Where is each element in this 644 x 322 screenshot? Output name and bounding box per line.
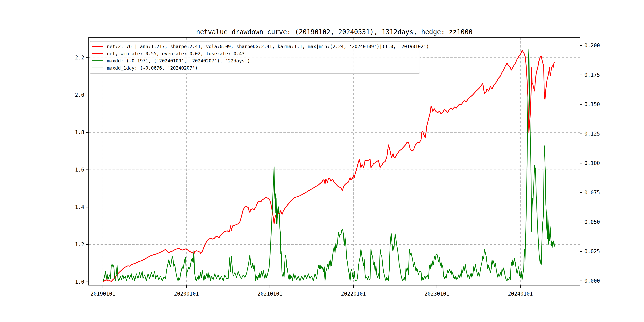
right-y-tick-label: 0.200 xyxy=(584,42,600,48)
legend-label-maxdd: maxdd: (-0.1971, ('20240109', '20240207'… xyxy=(107,58,250,64)
right-y-tick-label: 0.100 xyxy=(584,160,600,166)
right-y-tick-label: 0.150 xyxy=(584,101,600,107)
chart-title: netvalue drawdown curve: (20190102, 2024… xyxy=(196,28,473,36)
left-y-tick-label: 1.0 xyxy=(75,279,84,285)
right-y-tick-label: 0.050 xyxy=(584,219,600,225)
x-tick-label: 20220101 xyxy=(341,291,366,297)
legend-item-net-stats: net:2.176 | ann:1.217, sharpe:2.41, vola… xyxy=(92,44,429,49)
right-y-tick-label: 0.175 xyxy=(584,72,600,78)
left-y-tick-label: 1.4 xyxy=(75,204,84,210)
left-y-tick-label: 1.6 xyxy=(75,167,84,173)
x-tick-label: 20190101 xyxy=(90,291,115,297)
series-layer xyxy=(103,49,555,282)
axis-ticks xyxy=(86,46,582,288)
x-tick-label: 20230101 xyxy=(424,291,449,297)
x-tick-label: 20240101 xyxy=(508,291,533,297)
netvalue-drawdown-figure: netvalue drawdown curve: (20190102, 2024… xyxy=(0,0,644,322)
right-y-tick-label: 0.000 xyxy=(584,278,600,284)
drawdown-curve xyxy=(103,49,555,281)
net-curve xyxy=(103,50,555,282)
x-tick-label: 20210101 xyxy=(258,291,282,297)
legend-label-maxdd-1day: maxdd_1day: (-0.0676, '20240207') xyxy=(107,66,198,71)
right-y-tick-label: 0.025 xyxy=(584,248,600,254)
legend-label-net-rates: net, winrate: 0.55, evenrate: 0.02, lose… xyxy=(107,51,244,56)
legend-item-net-rates: net, winrate: 0.55, evenrate: 0.02, lose… xyxy=(92,51,244,56)
right-y-tick-label: 0.125 xyxy=(584,131,600,137)
left-y-tick-label: 2.0 xyxy=(75,92,84,98)
legend-box: net:2.176 | ann:1.217, sharpe:2.41, vola… xyxy=(90,41,429,74)
x-tick-label: 20200101 xyxy=(174,291,199,297)
right-y-tick-label: 0.075 xyxy=(584,190,600,196)
chart-canvas: netvalue drawdown curve: (20190102, 2024… xyxy=(0,0,644,322)
legend-label-net-stats: net:2.176 | ann:1.217, sharpe:2.41, vola… xyxy=(107,44,429,49)
legend-item-maxdd: maxdd: (-0.1971, ('20240109', '20240207'… xyxy=(92,58,250,64)
legend-item-maxdd-1day: maxdd_1day: (-0.0676, '20240207') xyxy=(92,66,198,71)
left-y-tick-label: 2.2 xyxy=(75,55,84,60)
left-y-tick-label: 1.2 xyxy=(75,242,84,248)
left-y-tick-label: 1.8 xyxy=(75,130,84,135)
